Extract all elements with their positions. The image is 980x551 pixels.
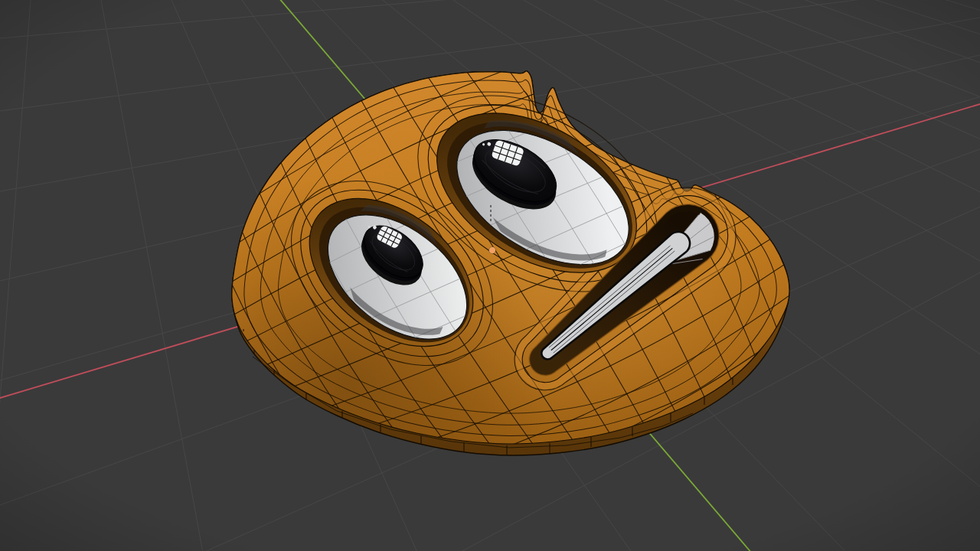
vignette-overlay bbox=[0, 0, 980, 551]
viewport-canvas[interactable] bbox=[0, 0, 980, 551]
blender-3d-viewport[interactable] bbox=[0, 0, 980, 551]
